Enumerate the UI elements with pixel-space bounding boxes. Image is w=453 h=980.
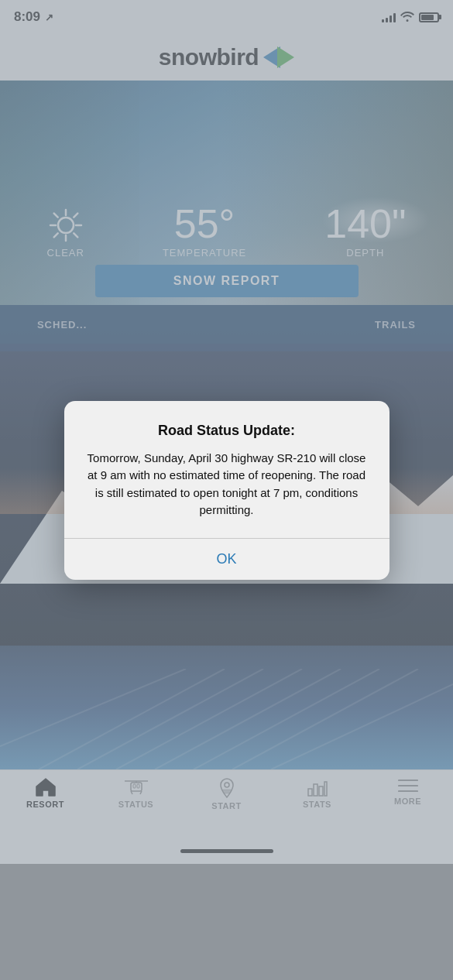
modal-body: Tomorrow, Sunday, April 30 highway SR-21… xyxy=(86,450,368,519)
modal-dialog: Road Status Update: Tomorrow, Sunday, Ap… xyxy=(64,401,390,580)
modal-overlay: Road Status Update: Tomorrow, Sunday, Ap… xyxy=(0,0,453,980)
modal-title: Road Status Update: xyxy=(86,423,368,439)
modal-actions: OK xyxy=(86,539,368,580)
modal-ok-button[interactable]: OK xyxy=(185,550,267,569)
